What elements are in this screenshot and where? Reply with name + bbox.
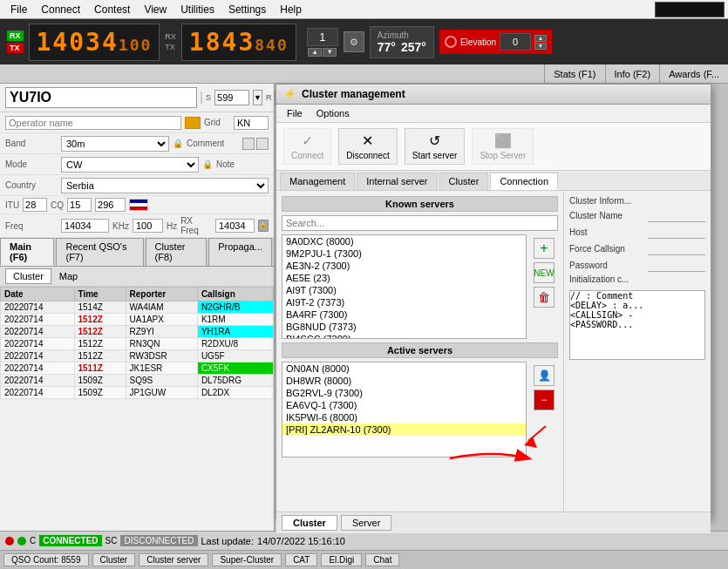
bottom-tab-cluster[interactable]: Cluster [282,515,337,531]
known-server-item[interactable]: BA4RF (7300) [282,308,526,321]
tab-internal-server[interactable]: Internal server [357,173,437,190]
known-server-item[interactable]: AE5E (23) [282,272,526,284]
comment-box2[interactable] [256,138,269,150]
disconnect-button[interactable]: ✕ Disconnect [338,128,397,165]
connect-icon: ✓ [302,132,313,149]
elevation-input[interactable]: 0 [500,33,531,51]
num-input[interactable] [95,198,126,212]
bottom-qso-count[interactable]: QSO Count: 8559 [3,553,89,566]
table-row[interactable]: 202207141511ZJK1ESRCX5FK [1,362,274,375]
rx-freq-input[interactable] [215,219,255,233]
cell-time: 1511Z [74,362,126,375]
tab-management[interactable]: Management [280,173,355,190]
table-row[interactable]: 202207141509ZJP1GUWDL2DX [1,387,274,399]
cluster-name-value[interactable] [648,208,705,222]
elevation-down[interactable]: ▼ [534,43,547,50]
active-server-btn1[interactable]: 👤 [534,365,555,386]
add-server-button[interactable]: + [534,238,555,259]
gear-button[interactable]: ⚙ [344,31,364,52]
tab-recent[interactable]: Recent QSO's (F7) [56,238,143,266]
menu-settings[interactable]: Settings [221,2,273,17]
cq-input[interactable] [67,198,92,212]
bottom-cluster[interactable]: Cluster [92,553,136,566]
mode-select[interactable]: CW [61,157,199,173]
active-server-item[interactable]: BG2RVL-9 (7300) [282,387,526,399]
table-row[interactable]: 202207141509ZSQ9SDL75DRG [1,375,274,387]
tab-main[interactable]: Main (F6) [0,238,54,266]
hz-input[interactable] [133,219,163,233]
menu-help[interactable]: Help [273,2,309,17]
bottom-chat[interactable]: Chat [365,553,399,566]
tab-info[interactable]: Info (F2) [605,64,660,83]
country-select[interactable]: Serbia [61,178,269,193]
host-value[interactable] [648,225,705,239]
start-server-button[interactable]: ↺ Start server [405,128,466,165]
main-frequency-display[interactable]: 14034100 [29,24,160,61]
stop-server-button[interactable]: ⬛ Stop Server [472,128,534,165]
init-script-area[interactable] [569,290,705,360]
active-server-item[interactable]: DH8WR (8000) [282,375,526,387]
known-server-item[interactable]: 9A0DXC (8000) [282,235,526,247]
tab-map-view[interactable]: Map [51,268,85,284]
callsign-input[interactable] [5,87,197,108]
spinner-up[interactable]: ▲ [308,48,322,57]
menu-file[interactable]: File [3,2,34,17]
menu-utilities[interactable]: Utilities [173,2,221,17]
bottom-el-digi[interactable]: El.Digi [321,553,362,566]
menu-contest[interactable]: Contest [87,2,137,17]
table-row[interactable]: 202207141514ZWA4IAMN2GHR/B [1,301,274,314]
tab-propaga[interactable]: Propaga... [208,238,272,266]
known-server-item[interactable]: AI9T (7300) [282,284,526,296]
start-server-label: Start server [412,151,458,160]
rst-input[interactable] [214,90,249,105]
known-server-item[interactable]: BG8NUD (7373) [282,321,526,333]
freq-input[interactable] [61,219,109,233]
itu-input[interactable] [23,198,47,212]
active-server-item[interactable]: EA6VQ-1 (7300) [282,399,526,411]
azimuth-value2: 257° [401,40,426,54]
known-server-item[interactable]: 9M2PJU-1 (7300) [282,247,526,260]
server-search-input[interactable] [282,215,558,231]
table-row[interactable]: 202207141512ZRN3QNR2DXU/8 [1,338,274,350]
new-server-button[interactable]: NEW [534,262,555,283]
table-row[interactable]: 202207141512ZRZ9YIYH1RA [1,326,274,338]
active-server-item[interactable]: ON0AN (8000) [282,362,526,375]
bottom-super-cluster[interactable]: Super-Cluster [212,553,282,566]
tab-cluster[interactable]: Cluster (F8) [146,238,208,266]
tab-stats[interactable]: Stats (F1) [544,64,604,83]
menu-connect[interactable]: Connect [34,2,87,17]
known-server-item[interactable]: AE3N-2 (7300) [282,260,526,272]
known-servers-list[interactable]: 9A0DXC (8000)9M2PJU-1 (7300)AE3N-2 (7300… [282,234,527,339]
bottom-tab-server[interactable]: Server [341,515,391,531]
active-server-item[interactable]: [PRI] ZL2ARN-10 (7300) [282,423,526,436]
active-server-btn2[interactable]: − [534,389,555,410]
channel-spinner[interactable]: 1 [307,28,338,46]
spinner-down[interactable]: ▼ [323,48,337,57]
connect-button[interactable]: ✓ Connect [283,128,331,165]
elevation-up[interactable]: ▲ [534,35,547,42]
tab-cluster-view[interactable]: Cluster [5,268,51,284]
comment-box1[interactable] [242,138,255,150]
dialog-menu-file[interactable]: File [280,106,310,120]
active-servers-list[interactable]: ON0AN (8000)DH8WR (8000)BG2RVL-9 (7300)E… [282,362,527,457]
known-server-item[interactable]: BI4SCC (7300) [282,333,526,339]
dialog-menu-options[interactable]: Options [310,106,357,120]
bottom-cat[interactable]: CAT [285,553,317,566]
delete-server-button[interactable]: 🗑 [534,287,555,308]
force-callsign-value[interactable] [648,241,705,255]
rst-dropdown[interactable]: ▼ [253,90,262,105]
tab-cluster[interactable]: Cluster [439,173,489,190]
bottom-cluster-server[interactable]: Cluster server [139,553,208,566]
known-server-item[interactable]: AI9T-2 (7373) [282,296,526,308]
secondary-frequency-display[interactable]: 1843840 [181,24,296,61]
operator-input[interactable] [5,116,181,130]
grid-input[interactable] [234,116,269,130]
tab-connection[interactable]: Connection [490,173,558,190]
password-value[interactable] [648,258,705,272]
active-server-item[interactable]: IK5PWI-6 (8000) [282,411,526,423]
table-row[interactable]: 202207141512ZRW3DSRUG5F [1,350,274,362]
tab-awards[interactable]: Awards (F... [659,64,728,83]
menu-view[interactable]: View [137,2,173,17]
band-select[interactable]: 30m [61,136,169,152]
table-row[interactable]: 202207141512ZUA1APXK1RM [1,314,274,326]
